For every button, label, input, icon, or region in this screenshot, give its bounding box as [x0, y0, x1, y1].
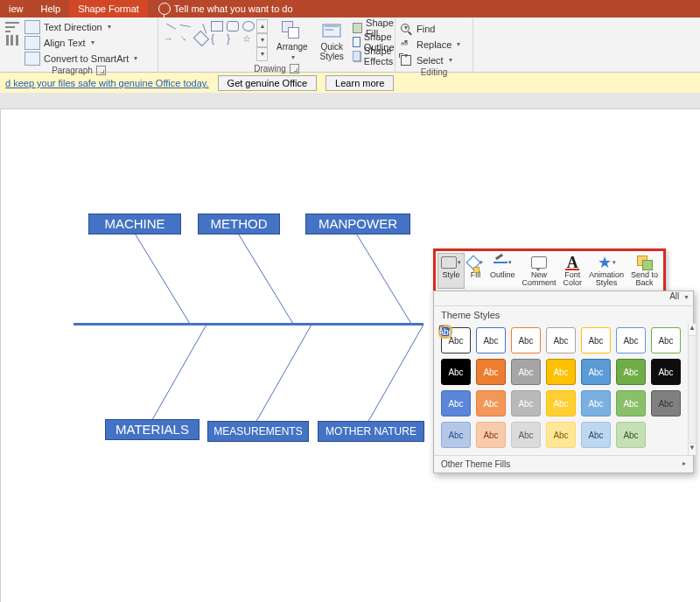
slide-canvas[interactable]: MACHINE METHOD MANPOWER MATERIALS MEASUR…: [0, 108, 700, 602]
quick-styles-button[interactable]: Quick Styles: [317, 19, 347, 63]
gallery-down-icon[interactable]: ▾: [256, 33, 268, 47]
label-materials[interactable]: MATERIALS: [105, 419, 200, 440]
fill-icon: [466, 256, 481, 270]
theme-style-swatch[interactable]: Abc: [441, 422, 471, 448]
shapes-gallery-scroll[interactable]: ▴ ▾ ▾: [256, 19, 268, 61]
scroll-down-icon[interactable]: ▼: [689, 443, 696, 455]
theme-style-swatch[interactable]: Abc: [546, 390, 576, 416]
align-text-button[interactable]: Align Text▾: [24, 35, 137, 50]
comment-icon: [531, 256, 547, 269]
arrange-icon: [282, 21, 303, 42]
label-measurements[interactable]: MEASUREMENTS: [207, 421, 309, 442]
svg-line-4: [150, 325, 206, 424]
shape-brace-left-icon[interactable]: [211, 33, 221, 42]
learn-more-button[interactable]: Learn more: [326, 75, 394, 91]
theme-style-swatch[interactable]: Abc: [546, 327, 576, 354]
scroll-up-icon[interactable]: ▲: [689, 324, 696, 336]
shape-oval-icon[interactable]: [242, 21, 255, 32]
text-direction-button[interactable]: Text Direction▾: [24, 19, 137, 34]
theme-style-swatch[interactable]: Abc: [511, 359, 541, 385]
mini-animation-styles-button[interactable]: ★▾ Animation Styles: [585, 253, 627, 289]
shapes-gallery[interactable]: [164, 19, 255, 61]
theme-style-swatch[interactable]: Abc: [511, 327, 541, 354]
theme-style-swatch[interactable]: Abc: [651, 390, 681, 416]
label-method[interactable]: METHOD: [198, 214, 280, 234]
shape-mini-toolbar: ▾ Style ▾ Fill ▾ Outline New Comment A F…: [433, 248, 666, 293]
theme-style-swatch[interactable]: Abc: [616, 327, 646, 354]
find-button[interactable]: Find: [401, 21, 460, 36]
theme-style-swatch[interactable]: Abc: [511, 422, 541, 448]
chevron-right-icon: ▸: [682, 459, 686, 469]
star-icon: ★: [598, 255, 612, 270]
mini-fill-button[interactable]: ▾ Fill: [465, 253, 486, 289]
tell-me-label: Tell me what you want to do: [174, 4, 293, 14]
label-mother-nature[interactable]: MOTHER NATURE: [318, 421, 424, 442]
svg-line-1: [134, 232, 190, 324]
drawing-dialog-launcher[interactable]: [290, 64, 299, 74]
svg-line-3: [355, 232, 411, 324]
other-theme-fills-button[interactable]: Other Theme Fills ▸: [434, 455, 693, 472]
label-machine[interactable]: MACHINE: [88, 214, 181, 234]
theme-styles-panel: All ▼ Theme Styles AbcAbcAbcAbcAbcAbcAbc…: [433, 290, 694, 473]
theme-style-swatch[interactable]: Abc: [651, 359, 681, 385]
theme-style-swatch[interactable]: Abc: [616, 422, 646, 448]
theme-style-swatch[interactable]: Abc: [441, 359, 471, 385]
group-paragraph: Text Direction▾ Align Text▾ Convert to S…: [0, 18, 158, 72]
bullets-icon[interactable]: [5, 21, 19, 33]
gallery-scrollbar[interactable]: ▲ ▼: [688, 324, 696, 455]
convert-smartart-button[interactable]: Convert to SmartArt▾: [24, 51, 137, 66]
text-direction-icon: [24, 20, 40, 34]
shape-star-icon[interactable]: [242, 33, 253, 42]
banner-link[interactable]: d keep your files safe with genuine Offi…: [5, 78, 209, 88]
svg-line-6: [367, 325, 424, 424]
workspace: MACHINE METHOD MANPOWER MATERIALS MEASUR…: [0, 93, 700, 602]
tell-me-search[interactable]: Tell me what you want to do: [148, 3, 293, 15]
theme-style-swatch[interactable]: Abc: [651, 327, 681, 354]
theme-style-swatch[interactable]: Abc: [476, 422, 506, 448]
tab-help[interactable]: Help: [32, 0, 70, 18]
theme-style-swatch[interactable]: Abc: [441, 327, 450, 336]
select-icon: [401, 55, 413, 66]
theme-style-swatch[interactable]: Abc: [581, 390, 611, 416]
theme-style-swatch[interactable]: Abc: [581, 359, 611, 385]
theme-style-swatch[interactable]: Abc: [581, 422, 611, 448]
paragraph-bullet-icons[interactable]: [5, 19, 19, 47]
mini-font-color-button[interactable]: A Font Color: [560, 253, 586, 289]
theme-style-swatch[interactable]: Abc: [581, 327, 611, 354]
tab-view-partial[interactable]: iew: [0, 0, 32, 18]
theme-style-swatch[interactable]: Abc: [616, 359, 646, 385]
theme-style-swatch[interactable]: Abc: [441, 390, 471, 416]
theme-style-swatch[interactable]: Abc: [476, 359, 506, 385]
label-manpower[interactable]: MANPOWER: [305, 214, 410, 234]
gallery-up-icon[interactable]: ▴: [256, 19, 268, 33]
svg-line-5: [255, 325, 312, 424]
gallery-more-icon[interactable]: ▾: [256, 47, 268, 61]
mini-new-comment-button[interactable]: New Comment: [519, 253, 560, 289]
mini-style-button[interactable]: ▾ Style: [438, 253, 465, 289]
replace-button[interactable]: ᵃᵇReplace▾: [401, 37, 460, 52]
mini-outline-button[interactable]: ▾ Outline: [486, 253, 519, 289]
theme-style-swatch[interactable]: Abc: [476, 390, 506, 416]
arrange-button[interactable]: Arrange▾: [273, 19, 312, 64]
group-editing: Find ᵃᵇReplace▾ Select▾ Editing: [396, 18, 473, 72]
shape-roundrect-icon[interactable]: [227, 21, 239, 32]
mini-send-to-back-button[interactable]: Send to Back: [627, 253, 662, 289]
theme-style-swatch[interactable]: Abc: [616, 390, 646, 416]
select-button[interactable]: Select▾: [401, 52, 460, 67]
theme-style-swatch[interactable]: Abc: [546, 422, 576, 448]
ribbon: Text Direction▾ Align Text▾ Convert to S…: [0, 18, 700, 73]
tab-shape-format[interactable]: Shape Format: [69, 0, 148, 18]
group-label-paragraph: Paragraph: [52, 66, 93, 75]
paragraph-dialog-launcher[interactable]: [96, 66, 106, 75]
gallery-all-dropdown[interactable]: All ▼: [434, 291, 693, 306]
columns-icon[interactable]: [5, 35, 19, 47]
fishbone-spine[interactable]: [74, 323, 424, 326]
theme-style-swatch[interactable]: Abc: [546, 359, 576, 385]
theme-style-swatch[interactable]: Abc: [476, 327, 506, 354]
shape-fill-icon: [353, 23, 362, 33]
shape-brace-right-icon[interactable]: [227, 33, 237, 42]
shape-rectangle-icon[interactable]: [211, 21, 223, 32]
get-genuine-office-button[interactable]: Get genuine Office: [218, 75, 318, 91]
style-icon: [441, 256, 457, 269]
theme-style-swatch[interactable]: Abc: [511, 390, 541, 416]
